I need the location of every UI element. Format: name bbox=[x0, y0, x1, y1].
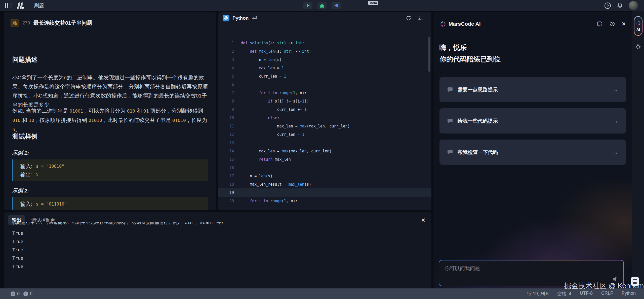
ai-rail-label: AI bbox=[636, 27, 640, 31]
code-line[interactable]: 19 bbox=[218, 188, 431, 197]
code-text: def solution(s: str) -> int: bbox=[241, 41, 304, 45]
reset-code-icon[interactable] bbox=[418, 15, 424, 21]
inline-text: 两部分，分别翻转得到 bbox=[149, 108, 203, 114]
line-number: 20 bbox=[218, 199, 241, 203]
inline-code: 010 bbox=[127, 108, 135, 114]
problem-paragraph-2: 例如: 当前的二进制串是 01001，可以先将其分为 010 和 01 两部分，… bbox=[12, 106, 209, 134]
console-output-line: True bbox=[12, 254, 426, 262]
code-text: for i in range(1, n): bbox=[241, 199, 298, 203]
difficulty-badge: 难 bbox=[11, 19, 19, 27]
line-number: 13 bbox=[218, 141, 241, 145]
code-line[interactable]: 1def solution(s: str) -> int: bbox=[218, 39, 431, 47]
problem-id: 279 bbox=[22, 20, 30, 26]
editor-header: Python bbox=[218, 12, 431, 24]
code-line[interactable]: 15 return max_len bbox=[218, 155, 431, 163]
code-line[interactable]: 18 max_len_result = max_len(s) bbox=[218, 180, 431, 188]
bell-icon[interactable] bbox=[617, 2, 623, 9]
code-line[interactable]: 9 curr_len += 1 bbox=[218, 105, 431, 114]
code-line[interactable]: 7 for i in range(1, n): bbox=[218, 89, 431, 97]
editor-body[interactable]: 1def solution(s: str) -> int:2 def max_l… bbox=[218, 24, 431, 210]
code-text: else: bbox=[241, 116, 279, 120]
console-output-line: True bbox=[12, 246, 426, 254]
watermark: 掘金技术社区 @ Kennem bbox=[564, 281, 644, 291]
indent-setting[interactable]: 空格: 4 bbox=[557, 291, 571, 297]
submit-button[interactable]: Beta bbox=[332, 2, 341, 9]
line-number: 1 bbox=[218, 41, 241, 45]
code-line[interactable]: 4 max_len = 1 bbox=[218, 64, 431, 72]
play-icon bbox=[305, 3, 310, 8]
swap-language-icon[interactable] bbox=[252, 16, 258, 21]
description-heading: 问题描述 bbox=[12, 55, 37, 64]
sample-2-block: 输入:s = "011010" 输出:4 bbox=[12, 197, 208, 210]
code-line[interactable]: 8 if s[i] != s[i-1]: bbox=[218, 97, 431, 105]
history-icon[interactable] bbox=[609, 21, 616, 27]
inline-text: ，此时最长的连续交替子串是 bbox=[102, 117, 172, 123]
language-mode[interactable]: Python bbox=[622, 291, 636, 297]
close-ai-panel-icon[interactable]: ✕ bbox=[622, 21, 626, 27]
console-output-line: True bbox=[12, 237, 426, 246]
console-output-line: True bbox=[12, 262, 426, 271]
chat-bubble-icon bbox=[447, 118, 453, 124]
marscode-logo-icon[interactable] bbox=[16, 2, 26, 9]
line-ending[interactable]: CRLF bbox=[601, 291, 613, 297]
code-line[interactable]: 14 max_len = max(max_len, curr_len) bbox=[218, 147, 431, 155]
sample-1-block: 输入:s = "10010" 输出:5 bbox=[12, 159, 208, 181]
ai-suggestion-card-2[interactable]: 给我一些代码提示→ bbox=[439, 108, 626, 134]
suggestion-label: 帮我检查一下代码 bbox=[458, 149, 498, 156]
help-icon[interactable]: ? bbox=[605, 3, 611, 9]
bug-icon bbox=[319, 3, 325, 8]
code-line[interactable]: 20 for i in range(1, n): bbox=[218, 197, 431, 205]
chat-bubble-icon bbox=[447, 87, 453, 93]
code-line[interactable]: 16 bbox=[218, 163, 431, 172]
debug-button[interactable] bbox=[317, 2, 327, 9]
ai-rail-button[interactable]: AI bbox=[634, 16, 642, 36]
line-number: 9 bbox=[218, 107, 241, 112]
code-text: curr_len = 1 bbox=[241, 74, 286, 79]
code-line[interactable]: 3 n = len(s) bbox=[218, 55, 431, 64]
run-button[interactable] bbox=[303, 2, 312, 9]
debug-rail-icon[interactable] bbox=[635, 43, 641, 50]
paper-plane-icon bbox=[333, 3, 339, 8]
code-line[interactable]: 2 def max_len(s: str) -> int: bbox=[218, 47, 431, 55]
refresh-icon[interactable] bbox=[406, 15, 411, 21]
user-avatar[interactable] bbox=[629, 1, 638, 10]
ai-suggestion-cards: 需要一点思路提示→给我一些代码提示→帮我检查一下代码→ bbox=[439, 77, 626, 165]
console-body: 代码运行中... (温馨提示: 代码中不允许存在输入指令, 否则将会阻塞运行。例… bbox=[12, 222, 426, 287]
code-text: return max_len bbox=[241, 157, 291, 162]
topbar: 刷题 Beta ? bbox=[0, 0, 644, 11]
code-line[interactable]: 6 bbox=[218, 80, 431, 89]
line-number: 18 bbox=[218, 182, 241, 187]
sample-output-label: 输出: bbox=[20, 209, 32, 211]
sample-input-value: s = "011010" bbox=[36, 202, 67, 207]
inline-code: 010 bbox=[12, 118, 21, 123]
beta-badge: Beta bbox=[368, 1, 378, 5]
code-line[interactable]: 5 curr_len = 1 bbox=[218, 72, 431, 80]
new-chat-icon[interactable] bbox=[596, 21, 603, 27]
encoding[interactable]: UTF-8 bbox=[580, 291, 593, 297]
code-line[interactable]: 10 else: bbox=[218, 114, 431, 122]
sidebar-toggle-icon[interactable] bbox=[5, 3, 12, 9]
code-line[interactable]: 12 curr_len = 1 bbox=[218, 130, 431, 139]
ai-suggestion-card-1[interactable]: 需要一点思路提示→ bbox=[439, 77, 626, 102]
inline-code: 01010 bbox=[89, 118, 102, 123]
line-number: 14 bbox=[218, 149, 241, 153]
warnings-icon[interactable]: ! bbox=[23, 291, 28, 296]
editor-language[interactable]: Python bbox=[232, 15, 249, 21]
inline-text: ，长度为 bbox=[186, 117, 207, 123]
code-line[interactable]: 11 max_len = max(max_len, curr_len) bbox=[218, 122, 431, 130]
sample-output-value: 5 bbox=[36, 172, 38, 177]
right-rail: AI bbox=[632, 11, 644, 288]
code-line[interactable]: 17 n = len(s) bbox=[218, 172, 431, 180]
vertical-scrollbar[interactable] bbox=[428, 37, 430, 72]
errors-icon[interactable]: ✕ bbox=[11, 291, 15, 296]
warnings-count: 0 bbox=[30, 291, 32, 296]
ai-panel-title: MarsCode AI bbox=[449, 21, 481, 27]
line-number: 6 bbox=[218, 82, 241, 87]
code-lines: 1def solution(s: str) -> int:2 def max_l… bbox=[218, 24, 431, 205]
inline-text: ，可以先将其分为 bbox=[83, 108, 127, 114]
sample-2-label: 示例 2: bbox=[12, 187, 29, 194]
ai-suggestion-card-3[interactable]: 帮我检查一下代码→ bbox=[439, 140, 626, 165]
code-line[interactable]: 13 bbox=[218, 139, 431, 147]
ai-greeting: 嗨，悦乐 你的代码陪练已到位 bbox=[439, 42, 501, 65]
cursor-position[interactable]: 行 19, 列 5 bbox=[527, 291, 549, 297]
